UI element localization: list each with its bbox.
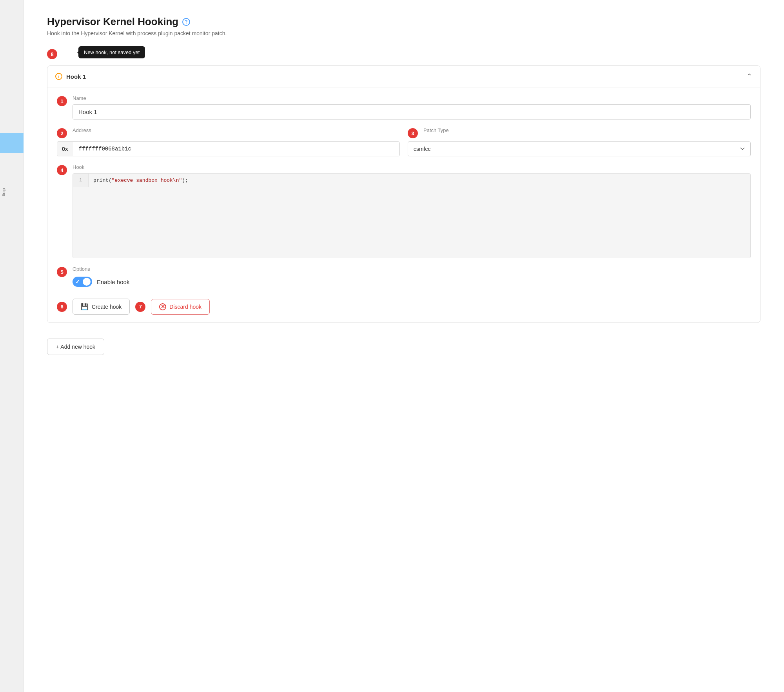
badge-2: 2 bbox=[57, 128, 67, 138]
badge-8: 8 bbox=[47, 49, 57, 59]
options-row: 5 Options ✓ bbox=[57, 266, 751, 295]
toggle-slider: ✓ bbox=[73, 277, 92, 287]
add-new-hook-button[interactable]: + Add new hook bbox=[47, 339, 104, 355]
page-title: Hypervisor Kernel Hooking bbox=[47, 16, 178, 28]
code-line-1: 1 print("execve sandbox hook\n"); bbox=[73, 174, 750, 187]
patch-type-select[interactable]: csmfcc inline trampoline bbox=[408, 141, 751, 156]
address-input-wrapper: 0x bbox=[57, 141, 400, 156]
enable-hook-toggle[interactable]: ✓ bbox=[73, 277, 92, 287]
sidebar-highlight[interactable] bbox=[0, 133, 24, 153]
line-number-1: 1 bbox=[73, 174, 89, 187]
hook-card-header: i Hook 1 ⌃ bbox=[47, 66, 760, 87]
code-empty-area[interactable] bbox=[73, 187, 750, 258]
code-print: print( bbox=[93, 178, 112, 183]
main-content: Hypervisor Kernel Hooking ? Hook into th… bbox=[24, 0, 784, 692]
add-new-hook-label: + Add new hook bbox=[56, 344, 95, 350]
hook-card-title: i Hook 1 bbox=[55, 73, 86, 80]
badge-6: 6 bbox=[57, 302, 67, 312]
discard-hook-button[interactable]: ✕ Discard hook bbox=[151, 299, 210, 315]
patch-type-col: 3 Patch Type csmfcc inline trampoline bbox=[408, 127, 751, 156]
patch-type-badge-row: 3 Patch Type bbox=[408, 127, 751, 138]
toggle-check-icon: ✓ bbox=[75, 279, 80, 285]
code-semicolon: ); bbox=[182, 178, 188, 183]
address-col: 2 Address 0x bbox=[57, 127, 400, 156]
code-string: "execve sandbox hook\n" bbox=[112, 178, 182, 183]
save-icon: 💾 bbox=[81, 303, 89, 310]
create-hook-button[interactable]: 💾 Create hook bbox=[73, 299, 130, 315]
toggle-row: ✓ Enable hook bbox=[73, 277, 751, 287]
badge-1: 1 bbox=[57, 96, 67, 106]
tooltip-bubble: New hook, not saved yet bbox=[78, 46, 145, 58]
sidebar: ding bbox=[0, 0, 24, 692]
name-label: Name bbox=[73, 95, 751, 101]
hook-info-icon: i bbox=[55, 73, 62, 80]
page-header: Hypervisor Kernel Hooking ? Hook into th… bbox=[47, 16, 760, 36]
name-input[interactable] bbox=[73, 104, 751, 120]
address-prefix: 0x bbox=[57, 142, 73, 156]
options-section: Options ✓ Enable hook bbox=[73, 266, 751, 287]
badge-3: 3 bbox=[408, 128, 418, 138]
discard-hook-label: Discard hook bbox=[169, 304, 201, 310]
sidebar-loading-text: ding bbox=[2, 188, 7, 196]
address-input[interactable] bbox=[73, 142, 399, 156]
badge-4: 4 bbox=[57, 165, 67, 175]
hook-label: Hook bbox=[73, 164, 751, 170]
address-badge-row: 2 Address bbox=[57, 127, 400, 138]
hook-title-text: Hook 1 bbox=[66, 73, 86, 80]
address-label: Address bbox=[73, 127, 400, 133]
hook-card-body: 1 Name 2 bbox=[47, 87, 760, 322]
hook-code-row: 4 Hook 1 print("execve sandbox hook\n"); bbox=[57, 164, 751, 266]
enable-hook-label: Enable hook bbox=[97, 279, 129, 285]
button-row: 6 💾 Create hook 7 ✕ Discard hook bbox=[57, 299, 751, 315]
address-patch-row: 2 Address 0x bbox=[57, 127, 751, 156]
create-hook-label: Create hook bbox=[92, 304, 122, 310]
badge-7: 7 bbox=[135, 302, 145, 312]
discard-icon: ✕ bbox=[159, 303, 166, 310]
code-editor[interactable]: 1 print("execve sandbox hook\n"); bbox=[73, 173, 751, 258]
options-label: Options bbox=[73, 266, 751, 272]
help-icon[interactable]: ? bbox=[182, 18, 190, 26]
name-row: 1 Name bbox=[57, 95, 751, 120]
patch-type-label: Patch Type bbox=[423, 127, 751, 133]
collapse-button[interactable]: ⌃ bbox=[746, 72, 752, 81]
badge-5: 5 bbox=[57, 267, 67, 277]
page-subtitle: Hook into the Hypervisor Kernel with pro… bbox=[47, 30, 760, 36]
code-line-content-1: print("execve sandbox hook\n"); bbox=[89, 174, 750, 187]
hook-card: i Hook 1 ⌃ 1 Name bbox=[47, 65, 760, 323]
